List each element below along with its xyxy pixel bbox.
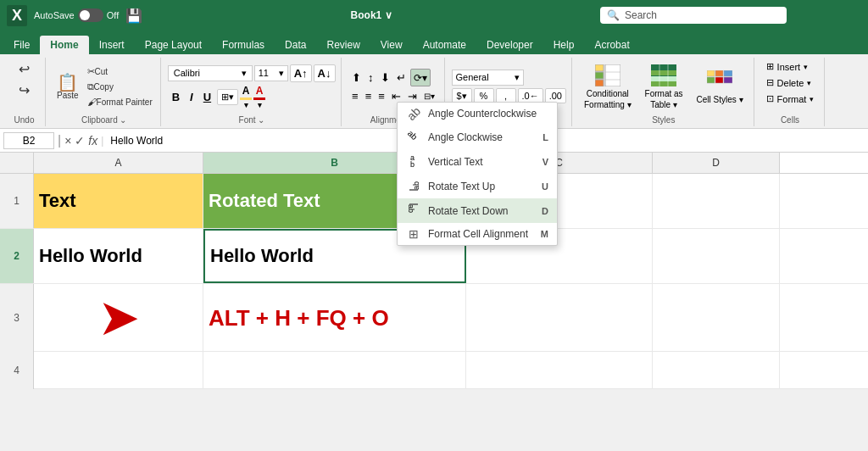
excel-logo: X xyxy=(7,5,27,26)
clipboard-group-label: Clipboard ⌄ xyxy=(81,114,126,125)
autosave-toggle[interactable]: AutoSave Off xyxy=(34,8,119,22)
grow-font-button[interactable]: A↑ xyxy=(290,64,312,82)
cancel-formula-icon[interactable]: × xyxy=(64,134,71,148)
svg-rect-13 xyxy=(715,70,723,76)
ribbon: ↩ ↪ Undo 📋 Paste ✂ Cut ⧉ Copy xyxy=(0,54,868,129)
format-painter-button[interactable]: 🖌 Format Painter xyxy=(85,96,155,108)
undo-button[interactable]: ↩ xyxy=(12,59,37,79)
tab-formulas[interactable]: Formulas xyxy=(212,36,275,54)
formula-bar-separator: | xyxy=(101,135,103,147)
shrink-font-button[interactable]: A↓ xyxy=(314,64,336,82)
clipboard-group: 📋 Paste ✂ Cut ⧉ Copy 🖌 Format Painter Cl… xyxy=(47,58,161,126)
font-size-selector[interactable]: 11▾ xyxy=(254,65,288,81)
cell-a3[interactable]: ➤ xyxy=(34,284,203,352)
rotate-text-up-option[interactable]: ab Rotate Text Up U xyxy=(398,174,557,198)
align-center-button[interactable]: ≡ xyxy=(363,88,375,104)
format-cell-alignment-option[interactable]: ⊞ Format Cell Alignment M xyxy=(398,223,557,245)
tab-developer[interactable]: Developer xyxy=(476,36,543,54)
fill-color-button[interactable]: A ▾ xyxy=(240,85,252,109)
svg-rect-12 xyxy=(707,70,715,76)
tab-insert[interactable]: Insert xyxy=(89,36,135,54)
delete-cells-button[interactable]: ⊟ Delete ▾ xyxy=(761,75,817,90)
cell-d3[interactable] xyxy=(653,284,780,352)
svg-rect-8 xyxy=(651,76,676,81)
paste-button[interactable]: 📋 Paste xyxy=(53,71,83,103)
tab-page-layout[interactable]: Page Layout xyxy=(135,36,212,54)
merge-center-button[interactable]: ⊟▾ xyxy=(421,90,437,103)
cell-a1[interactable]: Text xyxy=(34,174,203,228)
rotate-text-down-icon: ab xyxy=(406,203,421,219)
copy-button[interactable]: ⧉ Copy xyxy=(85,81,155,93)
align-right-button[interactable]: ≡ xyxy=(376,88,387,104)
col-header-a[interactable]: A xyxy=(34,153,203,173)
insert-function-icon[interactable]: fx xyxy=(88,134,97,148)
format-cells-button[interactable]: ⊡ Format ▾ xyxy=(761,92,820,106)
format-icon: ⊡ xyxy=(766,93,774,104)
align-bottom-button[interactable]: ⬇ xyxy=(378,70,392,86)
redo-button[interactable]: ↪ xyxy=(12,81,37,100)
cell-a2[interactable]: Hello World xyxy=(34,229,203,283)
cell-styles-button[interactable]: Cell Styles ▾ xyxy=(692,68,748,106)
insert-icon: ⊞ xyxy=(766,61,774,72)
col-header-d[interactable]: D xyxy=(653,153,780,173)
svg-rect-15 xyxy=(707,77,715,83)
cell-b4[interactable] xyxy=(203,352,466,389)
font-color-button[interactable]: A ▾ xyxy=(253,85,265,109)
conditional-formatting-button[interactable]: Conditional Formatting ▾ xyxy=(579,62,637,111)
tab-automate[interactable]: Automate xyxy=(413,36,476,54)
svg-rect-2 xyxy=(595,80,604,86)
wrap-text-button[interactable]: ↵ xyxy=(394,70,409,86)
cell-d2[interactable] xyxy=(653,229,780,283)
row-num-4: 4 xyxy=(0,352,34,389)
svg-rect-1 xyxy=(595,72,604,79)
angle-counterclockwise-option[interactable]: ab Angle Counterclockwise xyxy=(398,103,557,125)
cell-b3[interactable]: ALT + H + FQ + O xyxy=(203,284,466,352)
svg-rect-7 xyxy=(651,70,676,75)
align-left-button[interactable]: ≡ xyxy=(349,88,361,104)
align-top-button[interactable]: ⬆ xyxy=(349,70,364,86)
orientation-icon: ⟳▾ xyxy=(414,72,427,84)
number-format-selector[interactable]: General▾ xyxy=(452,70,524,86)
search-box[interactable]: 🔍 Search xyxy=(600,7,787,24)
rotate-text-down-option[interactable]: ab Rotate Text Down D xyxy=(398,198,557,223)
cell-reference-box[interactable]: B2 xyxy=(3,132,54,149)
svg-text:ab: ab xyxy=(412,181,420,190)
cell-d1[interactable] xyxy=(653,174,780,228)
insert-cells-button[interactable]: ⊞ Insert ▾ xyxy=(761,59,814,74)
title-bar: X AutoSave Off 💾 Book1 ∨ 🔍 Search xyxy=(0,0,868,31)
cut-button[interactable]: ✂ Cut xyxy=(85,65,155,78)
vertical-text-option[interactable]: a b Vertical Text V xyxy=(398,149,557,174)
tab-acrobat[interactable]: Acrobat xyxy=(584,36,639,54)
cell-d4[interactable] xyxy=(653,352,780,389)
search-icon: 🔍 xyxy=(607,9,620,21)
autosave-toggle-switch[interactable] xyxy=(78,8,103,22)
format-as-table-icon xyxy=(650,64,677,87)
font-name-selector[interactable]: Calibri▾ xyxy=(168,65,253,81)
italic-button[interactable]: I xyxy=(186,90,198,104)
align-middle-button[interactable]: ↕ xyxy=(365,70,376,86)
cell-c3[interactable] xyxy=(466,284,653,352)
format-as-table-button[interactable]: Format as Table ▾ xyxy=(640,62,688,111)
tab-review[interactable]: Review xyxy=(316,36,370,54)
save-icon[interactable]: 💾 xyxy=(125,8,142,24)
svg-rect-17 xyxy=(724,77,732,83)
borders-button[interactable]: ⊞▾ xyxy=(217,89,238,105)
confirm-formula-icon[interactable]: ✓ xyxy=(75,134,85,148)
tab-view[interactable]: View xyxy=(370,36,413,54)
cell-a4[interactable] xyxy=(34,352,203,389)
table-row: 4 xyxy=(0,352,868,389)
tab-file[interactable]: File xyxy=(3,36,40,54)
tab-home[interactable]: Home xyxy=(40,36,88,54)
conditional-formatting-icon xyxy=(594,64,621,87)
cell-c4[interactable] xyxy=(466,352,653,389)
bold-button[interactable]: B xyxy=(168,90,184,104)
shortcut-text: ALT + H + FQ + O xyxy=(209,305,389,331)
tab-help[interactable]: Help xyxy=(543,36,585,54)
underline-button[interactable]: U xyxy=(199,90,215,104)
delete-icon: ⊟ xyxy=(766,77,774,88)
angle-clockwise-option[interactable]: ab Angle Clockwise L xyxy=(398,125,557,149)
arrow-icon: ➤ xyxy=(97,292,140,343)
table-row: 3 ➤ ALT + H + FQ + O xyxy=(0,284,868,352)
tab-data[interactable]: Data xyxy=(275,36,316,54)
orientation-button[interactable]: ⟳▾ xyxy=(410,69,431,86)
